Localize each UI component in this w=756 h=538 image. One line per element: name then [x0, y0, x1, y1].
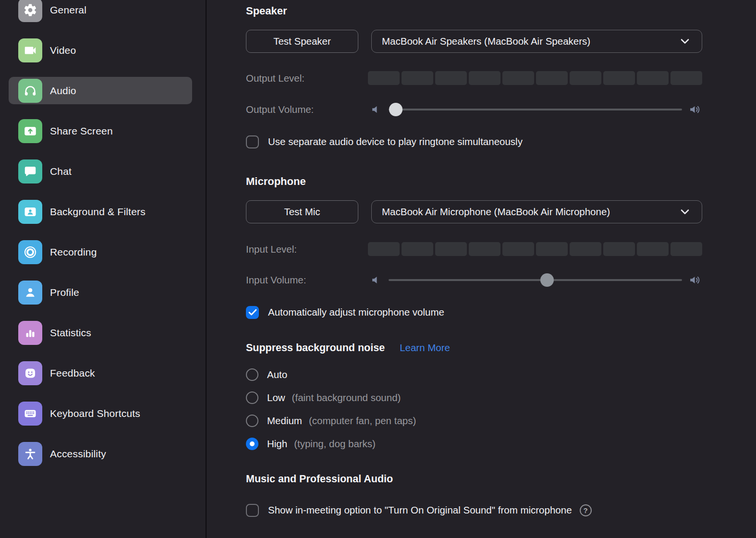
sidebar-item-label: Background & Filters	[50, 206, 146, 218]
auto-adjust-label: Automatically adjust microphone volume	[268, 306, 444, 318]
sidebar-item-statistics[interactable]: Statistics	[9, 319, 192, 346]
smiley-icon	[18, 361, 42, 385]
sidebar-item-label: Feedback	[50, 367, 95, 379]
low-radio[interactable]	[246, 391, 258, 404]
level-meter-segment	[435, 242, 467, 256]
noise-option-low: Low (faint background sound)	[246, 391, 702, 404]
chat-bubble-icon	[18, 159, 42, 183]
share-screen-icon	[18, 119, 42, 143]
noise-option-auto: Auto	[246, 368, 702, 381]
radio-hint: (faint background sound)	[292, 392, 401, 404]
microphone-section-heading: Microphone	[246, 175, 702, 188]
noise-option-medium: Medium (computer fan, pen taps)	[246, 414, 702, 428]
level-meter-segment	[637, 242, 669, 256]
help-icon[interactable]: ?	[580, 504, 592, 516]
profile-person-icon	[18, 281, 42, 305]
output-volume-slider[interactable]	[389, 102, 682, 117]
headphones-icon	[18, 79, 42, 103]
auto-adjust-checkbox[interactable]	[246, 306, 259, 319]
sidebar-item-label: Recording	[50, 246, 97, 258]
chevron-down-icon	[681, 38, 689, 44]
output-level-label: Output Level:	[246, 73, 368, 84]
record-icon	[18, 240, 42, 264]
sidebar-item-recording[interactable]: Recording	[9, 238, 192, 266]
sidebar-item-audio[interactable]: Audio	[9, 77, 192, 104]
sidebar-item-share-screen[interactable]: Share Screen	[9, 117, 192, 145]
volume-low-icon	[371, 274, 382, 286]
separate-ringtone-label: Use separate audio device to play ringto…	[268, 136, 523, 147]
level-meter-segment	[368, 242, 400, 256]
sidebar-item-label: Profile	[50, 287, 79, 298]
sidebar-item-general[interactable]: General	[9, 0, 192, 24]
noise-option-high: High (typing, dog barks)	[246, 437, 702, 451]
output-volume-row: Output Volume:	[246, 102, 702, 117]
auto-adjust-row: Automatically adjust microphone volume	[246, 306, 702, 319]
sidebar-item-feedback[interactable]: Feedback	[9, 359, 192, 387]
audio-settings-panel: Speaker Test Speaker MacBook Air Speaker…	[207, 0, 756, 538]
learn-more-link[interactable]: Learn More	[400, 342, 450, 354]
speaker-section-heading: Speaker	[246, 5, 702, 17]
speaker-device-select[interactable]: MacBook Air Speakers (MacBook Air Speake…	[371, 30, 702, 53]
level-meter-segment	[368, 71, 400, 85]
auto-radio[interactable]	[246, 368, 258, 381]
sidebar-item-label: Statistics	[50, 327, 91, 339]
separate-ringtone-checkbox[interactable]	[246, 135, 259, 148]
chevron-down-icon	[681, 209, 689, 215]
sidebar-item-profile[interactable]: Profile	[9, 279, 192, 306]
level-meter-segment	[637, 71, 669, 85]
input-volume-label: Input Volume:	[246, 274, 368, 286]
input-volume-thumb[interactable]	[540, 273, 554, 287]
volume-low-icon	[371, 104, 382, 115]
suppress-noise-heading-row: Suppress background noise Learn More	[246, 342, 702, 354]
video-camera-icon	[18, 38, 42, 62]
volume-high-icon	[689, 274, 702, 286]
level-meter-segment	[435, 71, 467, 85]
radio-label: Low	[267, 392, 285, 404]
medium-radio[interactable]	[246, 415, 258, 427]
separate-ringtone-row: Use separate audio device to play ringto…	[246, 135, 702, 148]
sidebar-item-label: Keyboard Shortcuts	[50, 408, 140, 419]
background-filters-icon	[18, 200, 42, 224]
level-meter-segment	[536, 242, 568, 256]
input-volume-row: Input Volume:	[246, 273, 702, 287]
output-volume-label: Output Volume:	[246, 104, 368, 115]
high-radio[interactable]	[246, 438, 258, 450]
level-meter-segment	[502, 242, 534, 256]
level-meter-segment	[570, 71, 601, 85]
level-meter-segment	[469, 71, 500, 85]
suppress-noise-heading: Suppress background noise	[246, 342, 385, 354]
original-sound-checkbox[interactable]	[246, 504, 259, 517]
level-meter-segment	[603, 71, 635, 85]
microphone-device-select[interactable]: MacBook Air Microphone (MacBook Air Micr…	[371, 200, 702, 223]
sidebar-item-video[interactable]: Video	[9, 37, 192, 64]
sidebar-item-label: General	[50, 4, 86, 16]
level-meter-segment	[671, 71, 702, 85]
test-mic-button[interactable]: Test Mic	[246, 200, 358, 223]
radio-label: Auto	[267, 369, 287, 380]
output-level-meter	[368, 71, 702, 85]
output-level-row: Output Level:	[246, 71, 702, 85]
input-level-meter	[368, 242, 702, 256]
input-volume-track	[389, 279, 682, 281]
output-volume-thumb[interactable]	[389, 103, 402, 116]
level-meter-segment	[603, 242, 635, 256]
sidebar-item-background-filters[interactable]: Background & Filters	[9, 198, 192, 225]
sidebar-item-chat[interactable]: Chat	[9, 158, 192, 185]
input-level-row: Input Level:	[246, 242, 702, 256]
sidebar-item-label: Accessibility	[50, 448, 106, 460]
music-audio-heading: Music and Professional Audio	[246, 473, 702, 485]
input-volume-slider[interactable]	[389, 273, 682, 287]
sidebar-item-accessibility[interactable]: Accessibility	[9, 440, 192, 467]
speaker-device-row: Test Speaker MacBook Air Speakers (MacBo…	[246, 30, 702, 53]
original-sound-label: Show in-meeting option to "Turn On Origi…	[268, 504, 572, 516]
bar-chart-icon	[18, 321, 42, 345]
speaker-device-value: MacBook Air Speakers (MacBook Air Speake…	[382, 36, 590, 47]
accessibility-icon	[18, 442, 42, 466]
gear-icon	[18, 0, 42, 22]
volume-high-icon	[689, 104, 702, 115]
test-speaker-button[interactable]: Test Speaker	[246, 30, 358, 53]
keyboard-icon	[18, 402, 42, 426]
level-meter-segment	[671, 242, 702, 256]
output-volume-track	[389, 109, 682, 110]
sidebar-item-keyboard-shortcuts[interactable]: Keyboard Shortcuts	[9, 400, 192, 427]
